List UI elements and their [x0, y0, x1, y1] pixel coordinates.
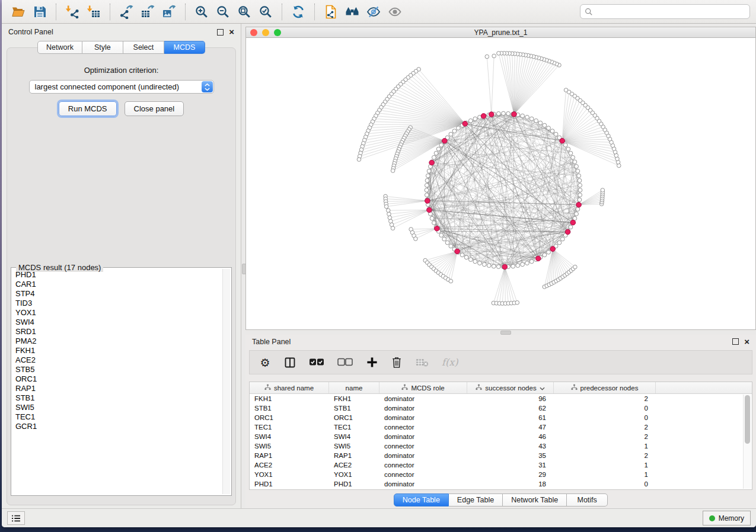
new-network-from-selection-icon[interactable] [320, 2, 342, 21]
vertical-splitter[interactable] [241, 24, 245, 508]
mcds-result-item[interactable]: FKH1 [15, 346, 222, 355]
hide-selected-icon[interactable] [363, 2, 384, 21]
tab-motifs[interactable]: Motifs [567, 493, 608, 507]
trash-icon[interactable] [391, 355, 403, 370]
tab-mcds[interactable]: MCDS [164, 41, 205, 54]
table-cell: connector [379, 443, 467, 450]
optimization-criterion-label: Optimization criterion: [7, 66, 235, 75]
close-table-panel-icon[interactable]: × [744, 339, 749, 345]
show-all-icon[interactable] [384, 2, 406, 21]
search-input[interactable] [596, 7, 745, 17]
tab-network-table[interactable]: Network Table [503, 493, 567, 507]
network-graph[interactable] [246, 38, 755, 329]
float-table-panel-icon[interactable] [732, 338, 739, 345]
horizontal-splitter[interactable] [245, 330, 756, 335]
table-cell: SWI5 [250, 443, 329, 450]
table-row[interactable]: SWI4SWI4dominator462 [250, 432, 752, 441]
network-canvas[interactable] [246, 38, 755, 329]
task-history-button[interactable] [7, 511, 25, 525]
import-network-icon[interactable] [62, 2, 83, 21]
mcds-result-item[interactable]: PHD1 [15, 270, 222, 280]
function-icon: f(x) [442, 355, 458, 370]
mcds-result-item[interactable]: STB5 [15, 365, 222, 374]
table-cell: 2 [554, 424, 656, 431]
optimization-criterion-select[interactable]: largest connected component (undirected) [29, 80, 214, 94]
network-window: YPA_prune.txt_1 [245, 27, 756, 330]
table-row[interactable]: ORC1ORC1dominator610 [250, 413, 752, 422]
mcds-list-scrollbar[interactable] [222, 269, 230, 494]
mcds-result-item[interactable]: ORC1 [15, 374, 222, 384]
delete-table-icon [416, 355, 429, 370]
open-file-icon[interactable] [8, 2, 29, 21]
import-table-icon[interactable] [83, 2, 104, 21]
deselect-all-icon[interactable] [337, 355, 353, 370]
table-cell: 61 [467, 414, 554, 421]
tab-edge-table[interactable]: Edge Table [449, 493, 503, 507]
table-row[interactable]: PHD1PHD1dominator180 [250, 479, 752, 489]
memory-button[interactable]: Memory [703, 511, 751, 525]
settings-gear-icon[interactable]: ⚙ [259, 355, 271, 370]
column-header-MCDS-role[interactable]: MCDS role [379, 382, 467, 393]
table-scrollbar[interactable] [743, 395, 751, 489]
mcds-result-item[interactable]: SRD1 [15, 327, 222, 336]
mcds-result-group: MCDS result (17 nodes) PHD1CAR1STP4TID3Y… [11, 267, 232, 496]
mcds-result-item[interactable]: GCR1 [15, 422, 222, 431]
close-panel-icon[interactable]: × [229, 29, 234, 35]
table-row[interactable]: ACE2ACE2connector311 [250, 460, 752, 470]
zoom-selected-icon[interactable] [255, 2, 276, 21]
network-window-titlebar[interactable]: YPA_prune.txt_1 [246, 27, 755, 38]
export-table-icon[interactable] [137, 2, 158, 21]
table-cell: dominator [379, 395, 467, 402]
mcds-result-item[interactable]: STP4 [15, 289, 222, 299]
mcds-result-item[interactable]: ACE2 [15, 355, 222, 365]
table-scrollbar-thumb[interactable] [745, 395, 750, 444]
mcds-result-item[interactable]: RAP1 [15, 384, 222, 393]
tab-node-table[interactable]: Node Table [394, 493, 449, 507]
zoom-fit-icon[interactable] [234, 2, 255, 21]
zoom-out-icon[interactable] [212, 2, 234, 21]
table-row[interactable]: FKH1FKH1dominator962 [250, 394, 752, 403]
column-header-shared-name[interactable]: shared name [250, 382, 329, 393]
search-box[interactable] [580, 4, 750, 19]
horizontal-splitter-handle[interactable] [500, 331, 511, 335]
refresh-icon[interactable] [288, 2, 309, 21]
control-panel-title: Control Panel [8, 28, 53, 36]
tab-select[interactable]: Select [123, 41, 164, 54]
mcds-result-item[interactable]: TEC1 [15, 412, 222, 422]
export-image-icon[interactable] [158, 2, 180, 21]
search-icon [585, 8, 593, 16]
mcds-result-item[interactable]: SWI4 [15, 318, 222, 327]
toolbar-icon-groups [8, 2, 406, 21]
save-icon[interactable] [29, 2, 50, 21]
table-cell: 31 [467, 462, 554, 469]
zoom-in-icon[interactable] [191, 2, 212, 21]
column-header-successor-nodes[interactable]: successor nodes [467, 382, 554, 393]
float-panel-icon[interactable] [217, 29, 224, 36]
table-row[interactable]: TEC1TEC1connector472 [250, 422, 752, 432]
table-row[interactable]: STB1STB1dominator620 [250, 403, 752, 413]
tab-network[interactable]: Network [37, 41, 82, 54]
mcds-result-item[interactable]: TID3 [15, 299, 222, 308]
tab-style[interactable]: Style [82, 41, 123, 54]
mcds-result-item[interactable]: CAR1 [15, 280, 222, 289]
close-panel-button[interactable]: Close panel [125, 101, 184, 116]
select-all-icon[interactable] [309, 355, 324, 370]
column-header-name[interactable]: name [329, 382, 379, 393]
table-cell: 96 [467, 395, 554, 402]
binoculars-icon[interactable] [342, 2, 363, 21]
columns-icon[interactable] [284, 355, 296, 370]
add-row-icon[interactable] [366, 355, 378, 370]
table-cell: dominator [379, 452, 467, 459]
table-row[interactable]: RAP1RAP1dominator352 [250, 451, 752, 460]
table-cell: TEC1 [329, 424, 379, 431]
mcds-result-item[interactable]: PMA2 [15, 336, 222, 346]
mcds-result-item[interactable]: STB1 [15, 393, 222, 403]
mcds-result-item[interactable]: SWI5 [15, 403, 222, 412]
table-row[interactable]: YOX1YOX1connector291 [250, 470, 752, 479]
mcds-result-item[interactable]: YOX1 [15, 308, 222, 318]
export-network-icon[interactable] [116, 2, 137, 21]
table-row[interactable]: SWI5SWI5connector431 [250, 441, 752, 451]
run-mcds-button[interactable]: Run MCDS [59, 101, 117, 116]
column-header-predecessor-nodes[interactable]: predecessor nodes [554, 382, 656, 393]
table-cell: TEC1 [250, 424, 329, 431]
